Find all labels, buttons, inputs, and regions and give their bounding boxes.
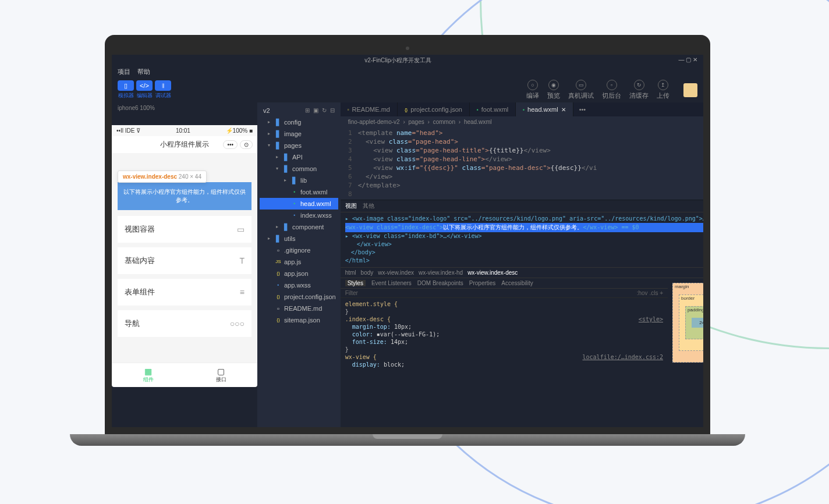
project-root[interactable]: v2 [263, 107, 270, 114]
tool-upload[interactable]: ↥上传 [657, 80, 669, 100]
tree-file[interactable]: {}app.json [260, 268, 338, 279]
simulator-panel: iphone6 100% ••Il IDE ⊽ 10:01 ⚡100% ■ 小程… [112, 102, 257, 427]
dom-tree[interactable]: ▸ <wx-image class="index-logo" src="../r… [341, 212, 703, 267]
grid-icon: ▦ [115, 367, 181, 376]
laptop-base [70, 434, 745, 446]
folder-icon: ▋ [275, 233, 282, 244]
md-icon: ▫ [275, 303, 282, 314]
tree-folder[interactable]: ▸▋image [260, 128, 338, 140]
device-info[interactable]: iphone6 100% [112, 102, 257, 113]
menu-project[interactable]: 项目 [118, 68, 130, 76]
tree-file[interactable]: ▪app.wxss [260, 279, 338, 291]
css-rules[interactable]: element.style { } <style>.index-desc { m… [341, 298, 668, 371]
tab-event-listeners[interactable]: Event Listeners [371, 280, 412, 286]
devtools-tabs: 视图 其他 [341, 200, 703, 212]
chip-icon: ▢ [188, 367, 254, 376]
tool-editor[interactable]: </>编辑器 [136, 80, 153, 100]
tree-file[interactable]: {}project.config.json [260, 291, 338, 303]
tab-properties[interactable]: Properties [469, 280, 496, 286]
new-file-icon[interactable]: ⊞ [305, 107, 310, 114]
new-folder-icon[interactable]: ▣ [313, 107, 318, 114]
devtool-tab-view[interactable]: 视图 [345, 202, 357, 210]
devtools-panel: 视图 其他 ▸ <wx-image class="index-logo" src… [341, 200, 703, 427]
json-icon: {} [275, 268, 282, 279]
tool-compile[interactable]: ○编译 [526, 80, 539, 100]
selected-element[interactable]: 以下将展示小程序官方组件能力，组件样式仅供参考。 [118, 182, 251, 210]
breadcrumb[interactable]: fino-applet-demo-v2 › pages › common › h… [341, 116, 703, 127]
crumb[interactable]: html [345, 269, 356, 276]
devtool-tab-other[interactable]: 其他 [363, 202, 374, 210]
folder-icon: ▋ [283, 163, 290, 175]
tab-api[interactable]: ▢接口 [185, 363, 257, 387]
app-title: 小程序组件展示 [160, 140, 209, 150]
tree-folder[interactable]: ▾▋pages [260, 140, 338, 151]
list-item[interactable]: 基础内容T [118, 247, 251, 274]
toolbar: ▯模拟器 </>编辑器 ⫴调试器 ○编译 ◉预览 ▭真机调试 ▫切后台 ↻清缓存… [112, 77, 703, 102]
text-icon: T [239, 256, 245, 265]
tree-file[interactable]: ▪foot.wxml [260, 186, 338, 198]
list-item[interactable]: 视图容器▭ [118, 216, 251, 243]
tree-folder[interactable]: ▸▋utils [260, 233, 338, 244]
close-icon[interactable]: ✕ [561, 107, 566, 113]
editor-tab[interactable]: {}project.config.json [398, 102, 470, 116]
crumb[interactable]: wx-view.index [378, 269, 414, 276]
js-icon: JS [275, 256, 282, 268]
crumb-active[interactable]: wx-view.index-desc [467, 269, 518, 276]
tool-debugger[interactable]: ⫴调试器 [155, 80, 171, 100]
tab-overflow[interactable]: ••• [573, 102, 592, 116]
file-icon: ▫ [275, 244, 282, 256]
filter-input[interactable]: Filter [345, 290, 358, 296]
dom-breadcrumb: html body wx-view.index wx-view.index-hd… [341, 267, 703, 278]
tool-remote[interactable]: ▭真机调试 [568, 80, 594, 100]
inspect-tooltip: wx-view.index-desc 240 × 44 [118, 171, 207, 183]
add-rule[interactable]: + [660, 290, 663, 296]
tree-folder[interactable]: ▸▋config [260, 116, 338, 128]
tree-file[interactable]: ▫.gitignore [260, 244, 338, 256]
tool-preview[interactable]: ◉预览 [547, 80, 560, 100]
list-item[interactable]: 表单组件≡ [118, 279, 251, 306]
more-icon: ○○○ [230, 319, 245, 328]
menu-help[interactable]: 帮助 [137, 68, 150, 76]
crumb[interactable]: wx-view.index-hd [419, 269, 463, 276]
tree-folder[interactable]: ▸▋lib [260, 175, 338, 186]
tree-file[interactable]: ▪index.wxss [260, 210, 338, 221]
folder-icon: ▋ [283, 221, 290, 233]
editor-tab[interactable]: ▪foot.wxml [470, 102, 516, 116]
editor-tabs: ▫README.md {}project.config.json ▪foot.w… [341, 102, 703, 116]
tab-styles[interactable]: Styles [345, 280, 366, 286]
wxml-icon: ▪ [477, 107, 479, 112]
tree-file[interactable]: {}sitemap.json [260, 314, 338, 326]
tab-component[interactable]: ▦组件 [112, 363, 185, 387]
capsule-button[interactable]: •••⊙ [223, 140, 253, 149]
tree-file[interactable]: ▫README.md [260, 303, 338, 314]
refresh-icon[interactable]: ↻ [322, 107, 327, 114]
tab-accessibility[interactable]: Accessibility [501, 280, 533, 286]
tool-background[interactable]: ▫切后台 [602, 80, 621, 100]
crumb[interactable]: body [361, 269, 374, 276]
tool-simulator[interactable]: ▯模拟器 [118, 80, 134, 100]
cls-toggle[interactable]: .cls [649, 290, 658, 296]
code-editor[interactable]: 1<template name="head"> 2 <view class="p… [341, 127, 703, 200]
tab-dom-breakpoints[interactable]: DOM Breakpoints [417, 280, 463, 286]
wxss-icon: ▪ [291, 210, 298, 221]
tool-cache[interactable]: ↻清缓存 [629, 80, 649, 100]
container-icon: ▭ [237, 225, 245, 234]
avatar[interactable] [683, 83, 697, 97]
list-item[interactable]: 导航○○○ [118, 310, 251, 337]
tree-folder[interactable]: ▸▋component [260, 221, 338, 233]
styles-tabs: Styles Event Listeners DOM Breakpoints P… [341, 278, 668, 289]
collapse-icon[interactable]: ⊟ [330, 107, 335, 114]
laptop-frame: v2-FinClip小程序开发工具 — ▢ ✕ 项目 帮助 ▯模拟器 </>编辑… [105, 35, 710, 446]
window-controls[interactable]: — ▢ ✕ [678, 56, 697, 65]
menu-icon: ≡ [240, 288, 245, 297]
tree-folder[interactable]: ▸▋API [260, 151, 338, 163]
editor-tab-active[interactable]: ▪head.wxml✕ [516, 102, 573, 116]
tree-file[interactable]: JSapp.js [260, 256, 338, 268]
wxss-icon: ▪ [275, 279, 282, 291]
hov-toggle[interactable]: :hov [637, 290, 648, 296]
tree-folder[interactable]: ▾▋common [260, 163, 338, 175]
camera-dot [406, 47, 409, 50]
editor-tab[interactable]: ▫README.md [341, 102, 398, 116]
tree-file-active[interactable]: ▪head.wxml [260, 198, 338, 210]
phone-tabbar: ▦组件 ▢接口 [112, 363, 257, 387]
